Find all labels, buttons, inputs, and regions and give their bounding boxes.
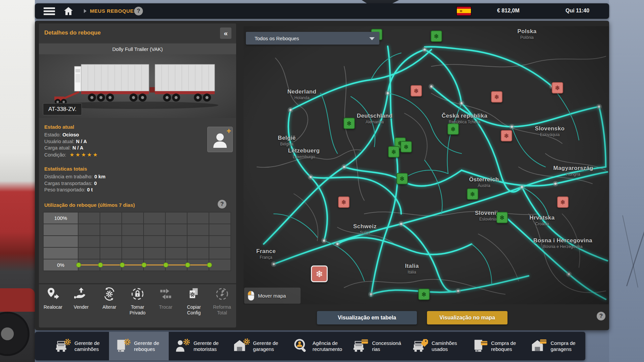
snowflake-icon: ❄ <box>560 198 566 206</box>
snowflake-icon: ❄ <box>470 190 475 198</box>
action-button-vender[interactable]: Vender <box>67 287 95 315</box>
map-view-button[interactable]: Visualização no mapa <box>427 311 507 324</box>
trailer-marker-green[interactable]: ❄ <box>400 141 412 153</box>
chart-grid-cell <box>166 213 187 224</box>
trailer-marker-red[interactable]: ❄ <box>557 196 569 208</box>
game-world-sky <box>609 0 644 362</box>
chart-grid-cell <box>122 248 143 259</box>
action-label: Reforma Total <box>209 304 235 315</box>
truck-fender <box>0 288 35 312</box>
trailer-marker-green[interactable]: ❄ <box>431 31 442 42</box>
action-button-alterar[interactable]: Alterar <box>95 287 123 315</box>
trailer-marker-selected[interactable]: ❄ <box>311 265 328 282</box>
state-rows: Estado:OciosoUsuário atual:N / ACarga at… <box>44 132 202 152</box>
assign-driver-button[interactable]: + <box>207 127 233 152</box>
nav-item-concessionarias[interactable]: Concessionárias <box>347 332 407 360</box>
dealership-icon <box>352 338 372 354</box>
europe-map[interactable]: PolskaPolôniaNederlandHolandaDeutschland… <box>244 26 609 304</box>
chart-grid-cell <box>100 248 121 259</box>
trailer-marker-red[interactable]: ❄ <box>501 130 512 141</box>
nav-item-gerente-de-caminhoes[interactable]: Gerente de caminhões <box>50 332 109 360</box>
snowflake-icon: ❄ <box>450 125 456 133</box>
chart-y-axis-cell <box>44 236 78 247</box>
trailer-details-panel: Detalhes do reboque « Dolly Full Trailer… <box>39 23 236 327</box>
relocate-icon <box>46 287 60 304</box>
table-view-button[interactable]: Visualização em tabela <box>317 311 417 324</box>
chart-grid-cell <box>209 259 230 270</box>
chart-grid-cell <box>100 236 121 247</box>
action-button-trocar: Trocar <box>152 287 180 315</box>
menu-icon[interactable] <box>44 7 55 15</box>
chart-grid-cell <box>144 259 165 270</box>
snowflake-icon: ❄ <box>391 148 396 156</box>
condition-row: Condição: ★★★★★ <box>44 152 202 159</box>
action-button-tornar-privado[interactable]: Tornar Privado <box>123 287 152 315</box>
nav-item-label: Compra de reboques <box>491 340 521 352</box>
chart-grid-cell <box>209 224 230 235</box>
nav-item-agencia-de-recrutamento[interactable]: Agência de recrutamento <box>288 332 347 360</box>
snowflake-icon: ❄ <box>499 214 505 221</box>
trailer-marker-red[interactable]: ❄ <box>338 196 350 208</box>
usage-chart-title: Utilização do reboque (últimos 7 dias) <box>44 202 135 208</box>
trailer-marker-red[interactable]: ❄ <box>411 85 422 97</box>
action-button-copiar-config[interactable]: Copiar Config <box>180 287 208 315</box>
snowflake-icon: ❄ <box>404 143 409 150</box>
trailer-marker-green[interactable]: ❄ <box>447 123 459 135</box>
action-button-realocar[interactable]: Realocar <box>39 287 67 315</box>
chart-grid-cell <box>209 236 230 247</box>
snowflake-icon: ❄ <box>316 269 323 279</box>
trailer-marker-green[interactable]: ❄ <box>496 212 508 223</box>
trailer-marker-red[interactable]: ❄ <box>552 82 563 94</box>
usage-chart: 100%0% <box>43 212 231 271</box>
condition-stars: ★★★★★ <box>69 152 99 158</box>
recruitment-icon <box>293 338 313 354</box>
trailer-marker-green[interactable]: ❄ <box>467 188 478 200</box>
section-title: Estado atual <box>44 124 202 130</box>
chart-grid-cell <box>144 213 165 224</box>
chart-grid-cell <box>78 236 100 247</box>
home-icon[interactable] <box>64 7 73 15</box>
trailer-marker-green[interactable]: ❄ <box>418 289 430 300</box>
chart-grid-cell <box>187 213 209 224</box>
panel-header: Detalhes do reboque « <box>39 23 236 43</box>
chart-grid-cell <box>209 213 230 224</box>
overhaul-icon <box>215 287 229 304</box>
current-state-section: Estado atual Estado:OciosoUsuário atual:… <box>44 124 202 158</box>
breadcrumb-arrow-icon <box>84 9 87 13</box>
swap-icon <box>159 287 173 304</box>
help-icon[interactable]: ? <box>134 7 143 15</box>
chart-grid-cell <box>166 224 187 235</box>
dropdown-value: Todos os Reboques <box>255 36 299 41</box>
map-help-icon[interactable]: ? <box>597 312 605 320</box>
nav-item-gerente-de-motoristas[interactable]: Gerente de motoristas <box>169 332 228 360</box>
snowflake-icon: ❄ <box>414 87 419 95</box>
action-button-reforma-total: Reforma Total <box>208 287 236 315</box>
panel-title: Detalhes do reboque <box>44 29 101 36</box>
move-map-hint: Mover mapa <box>244 288 301 304</box>
nav-item-compra-de-garagens[interactable]: Compra de garagens <box>526 332 585 360</box>
chart-grid-cell <box>144 236 165 247</box>
trailer-filter-dropdown[interactable]: Todos os Reboques <box>246 32 379 45</box>
trailer-marker-red[interactable]: ❄ <box>491 91 502 103</box>
mouse-icon <box>248 291 255 301</box>
chart-grid-cell <box>100 213 121 224</box>
divider <box>39 283 236 284</box>
chart-grid-cell <box>166 259 187 270</box>
usage-help-icon[interactable]: ? <box>218 200 226 208</box>
management-nav-bar: Gerente de caminhõesGerente de reboquesG… <box>35 332 585 360</box>
snowflake-icon: ❄ <box>346 120 352 127</box>
top-bar: MEUS REBOQUES ? € 812,0M Qui 11:40 <box>35 3 609 19</box>
nav-item-gerente-de-reboques[interactable]: Gerente de reboques <box>109 332 168 360</box>
condition-label: Condição: <box>44 152 66 158</box>
total-stats-section: Estatísticas totais Distância em trabalh… <box>44 166 202 193</box>
nav-item-caminhoes-usados[interactable]: Caminhões usados <box>407 332 466 360</box>
trailer-marker-green[interactable]: ❄ <box>396 173 408 184</box>
nav-item-compra-de-reboques[interactable]: Compra de reboques <box>466 332 526 360</box>
nav-item-gerente-de-garagens[interactable]: Gerente de garagens <box>228 332 287 360</box>
chart-grid-cell <box>187 224 209 235</box>
chart-grid-cell <box>78 213 100 224</box>
trailer-marker-green[interactable]: ❄ <box>388 146 399 158</box>
trailer-marker-green[interactable]: ❄ <box>343 118 355 129</box>
modify-icon <box>102 287 116 304</box>
collapse-panel-button[interactable]: « <box>220 27 231 39</box>
